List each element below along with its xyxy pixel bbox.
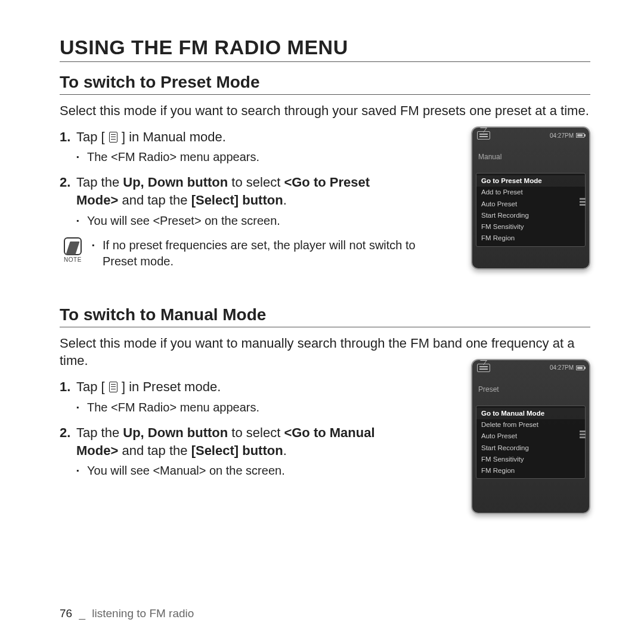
radio-icon: [477, 364, 490, 372]
step-sub: The <FM Radio> menu appears.: [76, 400, 411, 416]
step-text: to select: [228, 425, 284, 440]
step-sub: You will see <Preset> on the screen.: [76, 213, 411, 229]
step-bold: [Select] button: [191, 443, 283, 458]
note-label: NOTE: [60, 256, 86, 263]
device-menu-item: Go to Manual Mode: [476, 408, 585, 419]
step-text: and tap the: [118, 443, 191, 458]
menu-icon: [109, 132, 117, 143]
step-text: Tap the: [76, 425, 123, 440]
battery-icon: [576, 366, 584, 370]
signal-bars-icon: [580, 198, 586, 206]
device-menu-item: Start Recording: [476, 210, 585, 221]
device-time: 04:27PM: [550, 364, 574, 371]
device-screenshot: 04:27PM Manual Go to Preset Mode Add to …: [471, 126, 590, 270]
note-block: NOTE If no preset frequencies are set, t…: [60, 237, 417, 270]
note-text: If no preset frequencies are set, the pl…: [92, 237, 417, 270]
steps-list: 1. Tap [ ] in Manual mode. The <FM Radio…: [60, 128, 411, 233]
step-number: 1.: [60, 128, 76, 169]
chapter-name: listening to FM radio: [92, 607, 194, 620]
battery-icon: [576, 133, 584, 138]
step-text: .: [283, 443, 287, 458]
menu-icon: [109, 382, 117, 392]
step-bold: [Select] button: [191, 193, 283, 208]
step-text: to select: [228, 175, 284, 190]
note-icon: [64, 237, 82, 255]
signal-bars-icon: [580, 431, 586, 438]
page-title: USING THE FM RADIO MENU: [60, 36, 590, 62]
section-manual-mode: To switch to Manual Mode Select this mod…: [60, 305, 590, 482]
page-footer: 76 _ listening to FM radio: [60, 607, 194, 620]
device-screenshot: 04:27PM Preset Go to Manual Mode Delete …: [471, 359, 590, 514]
step-text: ] in Manual mode.: [122, 129, 226, 144]
device-menu-item: Auto Preset: [476, 199, 585, 210]
device-menu-item: Delete from Preset: [476, 419, 585, 431]
step-sub: The <FM Radio> menu appears.: [76, 149, 411, 165]
device-menu-item: FM Sensitivity: [476, 454, 585, 465]
section-intro: Select this mode if you want to search t…: [60, 102, 590, 120]
device-mode-label: Preset: [472, 374, 589, 397]
section-heading: To switch to Preset Mode: [60, 73, 590, 95]
step-number: 2.: [60, 424, 76, 482]
device-menu-item: Auto Preset: [476, 431, 585, 442]
footer-sep: _: [79, 607, 85, 620]
device-menu: Go to Preset Mode Add to Preset Auto Pre…: [476, 173, 586, 247]
device-mode-label: Manual: [472, 142, 589, 165]
device-menu-item: FM Region: [476, 465, 585, 476]
step-bold: Up, Down button: [123, 175, 228, 190]
step-number: 1.: [60, 378, 76, 419]
device-menu-item: Start Recording: [476, 442, 585, 454]
device-menu-item: FM Sensitivity: [476, 221, 585, 233]
radio-icon: [477, 131, 490, 140]
page-number: 76: [60, 607, 72, 620]
step-text: Tap the: [76, 175, 123, 190]
step-text: .: [283, 193, 287, 208]
device-menu: Go to Manual Mode Delete from Preset Aut…: [476, 405, 586, 479]
step-text: Tap [: [76, 129, 105, 144]
step-sub: You will see <Manual> on the screen.: [76, 463, 411, 479]
device-menu-item: FM Region: [476, 233, 585, 244]
note-badge: NOTE: [60, 237, 86, 263]
steps-list: 1. Tap [ ] in Preset mode. The <FM Radio…: [60, 378, 411, 482]
section-heading: To switch to Manual Mode: [60, 305, 590, 327]
section-preset-mode: To switch to Preset Mode Select this mod…: [60, 73, 590, 270]
step-text: ] in Preset mode.: [122, 379, 221, 394]
step-bold: Up, Down button: [123, 425, 228, 440]
step-text: Tap [: [76, 379, 105, 394]
device-menu-item: Go to Preset Mode: [476, 175, 585, 187]
device-time: 04:27PM: [550, 132, 574, 139]
device-menu-item: Add to Preset: [476, 187, 585, 198]
step-text: and tap the: [118, 193, 191, 208]
step-number: 2.: [60, 174, 76, 232]
